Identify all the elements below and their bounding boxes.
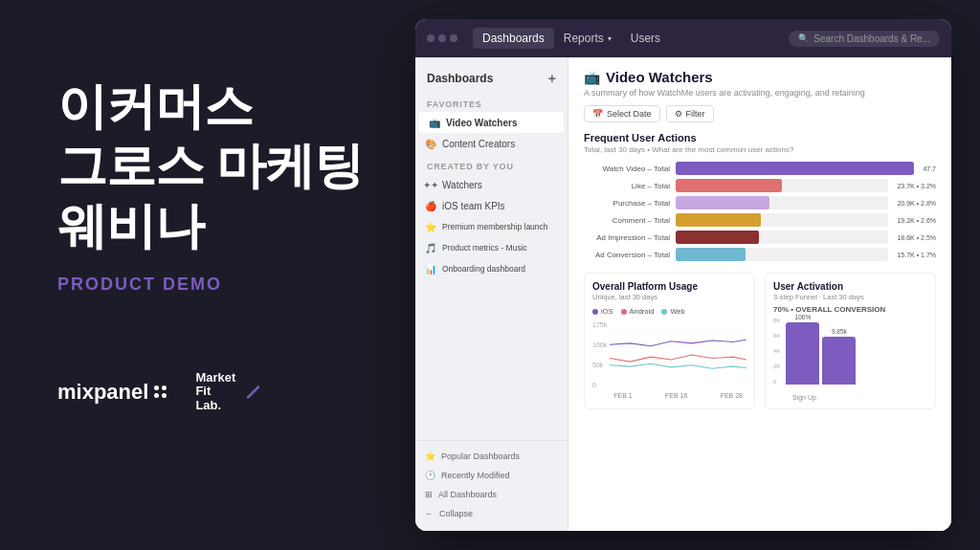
funnel-y-2k: 2K bbox=[773, 363, 780, 369]
funnel-conversion: 70% • OVERALL CONVERSION bbox=[773, 305, 927, 314]
funnel-bar-2 bbox=[822, 337, 856, 385]
funnel-y-6k: 6K bbox=[773, 333, 780, 339]
sidebar-item-content-creators[interactable]: 🎨 Content Creators bbox=[415, 133, 568, 154]
all-dashboards-icon: ⊞ bbox=[425, 490, 433, 499]
user-activation-subtitle: 3-step Funnel · Last 30 days bbox=[773, 293, 927, 301]
sidebar-item-label: Onboarding dashboard bbox=[442, 264, 525, 274]
bar-label: Ad Conversion – Total bbox=[584, 251, 670, 259]
nav-users[interactable]: Users bbox=[621, 28, 670, 49]
sidebar-item-label: iOS team KPIs bbox=[442, 201, 505, 211]
nav-reports[interactable]: Reports ▾ bbox=[554, 28, 621, 49]
left-panel: 이커머스 그로스 마케팅 웨비나 PRODUCT DEMO mixpanel M… bbox=[57, 77, 421, 412]
nav-search[interactable]: 🔍 Search Dashboards & Re... bbox=[789, 31, 940, 47]
sidebar-item-label: Product metrics - Music bbox=[442, 243, 527, 253]
sidebar-item-onboarding[interactable]: 📊 Onboarding dashboard bbox=[415, 258, 568, 279]
y-axis: 175k 100k 50k 0 bbox=[592, 321, 607, 388]
conversion-label: 70% • OVERALL CONVERSION bbox=[773, 305, 885, 314]
sidebar-item-ios-kpis[interactable]: 🍎 iOS team KPIs bbox=[415, 195, 568, 216]
app-body: Dashboards + FAVORITES 📺 Video Watchers … bbox=[415, 57, 951, 531]
filter-label: Filter bbox=[686, 109, 705, 119]
nav-reports-label: Reports bbox=[564, 32, 604, 45]
sidebar-add-button[interactable]: + bbox=[548, 71, 556, 86]
nav-reports-chevron: ▾ bbox=[608, 34, 612, 43]
sidebar-recently-modified[interactable]: 🕐 Recently Modified bbox=[415, 466, 568, 485]
bar-track bbox=[676, 196, 888, 209]
sidebar-bottom-label: Recently Modified bbox=[441, 471, 510, 480]
funnel-y-8k: 8K bbox=[773, 318, 780, 323]
content-title-icon: 📺 bbox=[584, 70, 600, 85]
nav-dashboards[interactable]: Dashboards bbox=[473, 28, 554, 49]
title-line-2: 그로스 마케팅 bbox=[57, 138, 363, 193]
x-label-feb28: FEB 28 bbox=[721, 392, 743, 399]
funnel-x-label-signup: Sign Up bbox=[792, 394, 816, 401]
nav-dashboards-label: Dashboards bbox=[482, 32, 545, 45]
content-icon: 🎨 bbox=[425, 138, 436, 149]
nav-items: Dashboards Reports ▾ Users bbox=[473, 28, 789, 49]
sidebar-item-video-watchers[interactable]: 📺 Video Watchers bbox=[419, 112, 564, 133]
logos-row: mixpanel Market Fit Lab. ⟋ bbox=[57, 371, 421, 412]
bar-label: Comment – Total bbox=[584, 216, 670, 225]
mixpanel-dot bbox=[154, 385, 159, 390]
sidebar-all-dashboards[interactable]: ⊞ All Dashboards bbox=[415, 485, 568, 504]
sidebar-bottom-label: Popular Dashboards bbox=[441, 451, 520, 461]
line-chart-inner: 175k 100k 50k 0 bbox=[592, 321, 746, 388]
bar-value: 20.9K • 2.8% bbox=[897, 200, 936, 207]
nav-dot-1 bbox=[427, 34, 434, 42]
sidebar-item-premium[interactable]: ⭐ Premium membership launch bbox=[415, 216, 568, 237]
popular-icon: ⭐ bbox=[425, 451, 435, 461]
funnel-x-labels: Sign Up bbox=[773, 394, 927, 401]
mixpanel-dot bbox=[162, 393, 167, 398]
sidebar-collapse[interactable]: ← Collapse bbox=[415, 504, 568, 523]
filter-button[interactable]: ⚙ Filter bbox=[666, 105, 714, 122]
sidebar-created-label: CREATED BY YOU bbox=[415, 154, 568, 174]
bar-fill bbox=[676, 179, 782, 192]
sidebar: Dashboards + FAVORITES 📺 Video Watchers … bbox=[415, 57, 568, 531]
bar-label: Purchase – Total bbox=[584, 199, 670, 208]
market-fit-slash: ⟋ bbox=[241, 379, 264, 406]
funnel-y-axis: 8K 6K 4K 2K 0 bbox=[773, 318, 780, 385]
web-legend-label: Web bbox=[670, 307, 684, 316]
onboarding-icon: 📊 bbox=[425, 263, 436, 275]
web-legend-dot bbox=[661, 309, 667, 315]
bar-value: 18.6K • 2.5% bbox=[897, 234, 936, 241]
legend-ios: iOS bbox=[592, 307, 613, 316]
user-activation-title: User Activation bbox=[773, 281, 927, 292]
app-nav: Dashboards Reports ▾ Users 🔍 Search Dash… bbox=[415, 19, 951, 57]
bar-row-comment: Comment – Total 19.2K • 2.6% bbox=[584, 213, 936, 227]
select-date-button[interactable]: 📅 Select Date bbox=[584, 105, 660, 122]
music-icon: 🎵 bbox=[425, 242, 436, 253]
bar-value: 15.7K • 1.7% bbox=[897, 252, 936, 258]
legend-android: Android bbox=[621, 307, 655, 316]
chart-legend: iOS Android Web bbox=[592, 307, 746, 316]
bar-fill bbox=[676, 248, 746, 261]
sidebar-bottom-label: Collapse bbox=[439, 509, 473, 518]
filter-icon: ⚙ bbox=[675, 109, 682, 119]
legend-web: Web bbox=[661, 307, 684, 316]
android-legend-dot bbox=[621, 309, 627, 315]
x-label-feb1: FEB 1 bbox=[613, 392, 632, 399]
mixpanel-dot bbox=[162, 385, 167, 390]
watchers-icon: ✦✦ bbox=[425, 179, 436, 190]
bar-fill bbox=[676, 196, 769, 209]
bar-track bbox=[676, 248, 888, 261]
calendar-icon: 📅 bbox=[592, 109, 603, 119]
sidebar-item-label: Watchers bbox=[442, 180, 482, 190]
bar-value: 19.2K • 2.6% bbox=[897, 217, 936, 224]
bar-row-purchase: Purchase – Total 20.9K • 2.8% bbox=[584, 196, 936, 209]
line-chart-svg bbox=[610, 321, 746, 388]
y-label-0: 0 bbox=[592, 382, 607, 388]
nav-dots bbox=[427, 34, 457, 42]
sidebar-bottom: ⭐ Popular Dashboards 🕐 Recently Modified… bbox=[415, 440, 568, 523]
sidebar-item-music[interactable]: 🎵 Product metrics - Music bbox=[415, 237, 568, 258]
nav-dot-3 bbox=[450, 34, 457, 42]
content-subtitle: A summary of how WatchMe users are activ… bbox=[584, 88, 936, 98]
sidebar-item-watchers[interactable]: ✦✦ Watchers bbox=[415, 174, 568, 195]
bar-track bbox=[676, 231, 888, 244]
y-label-50k: 50k bbox=[592, 362, 607, 368]
sidebar-bottom-label: All Dashboards bbox=[438, 490, 497, 499]
platform-usage-subtitle: Unique, last 30 days bbox=[592, 293, 746, 301]
market-fit-logo: Market Fit Lab. ⟋ bbox=[195, 371, 264, 412]
sidebar-item-label: Premium membership launch bbox=[442, 222, 548, 231]
y-label-175k: 175k bbox=[592, 321, 607, 328]
sidebar-popular-dashboards[interactable]: ⭐ Popular Dashboards bbox=[415, 447, 568, 466]
